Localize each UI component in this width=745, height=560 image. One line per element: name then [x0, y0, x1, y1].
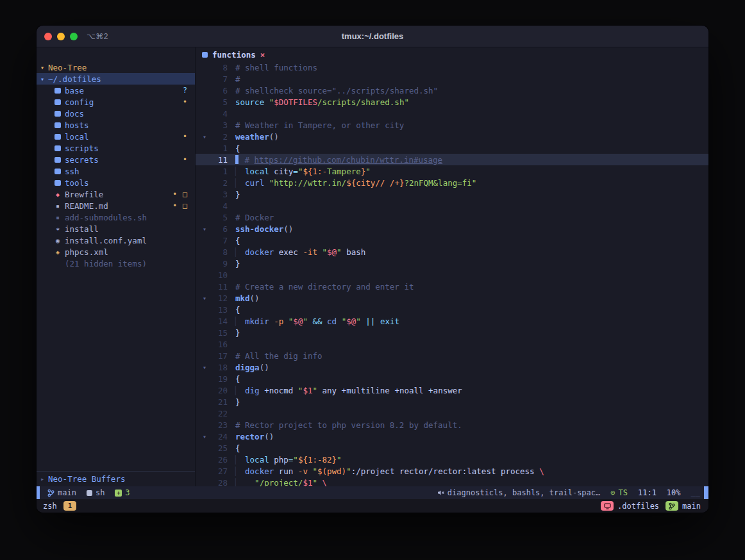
editor-line[interactable]: 6# shellcheck source="../scripts/shared.… [196, 85, 708, 96]
editor-line[interactable]: 1▏ local city="${1:-Tampere}" [196, 165, 708, 177]
editor-line[interactable]: 8# shell functions [196, 62, 708, 73]
fold-marker-icon[interactable]: ▾ [199, 295, 210, 302]
editor-line[interactable]: 3# Weather in Tampere, or other city [196, 119, 708, 131]
code-text: } [235, 259, 240, 268]
sidebar-item-config[interactable]: config• [37, 96, 195, 108]
neotree-filesystem: ▾ Neo-Tree ▾ ~/.dotfiles base?config•doc… [37, 47, 195, 471]
neotree-root-item[interactable]: ▾ ~/.dotfiles [37, 73, 195, 85]
editor-line[interactable]: 7# [196, 73, 708, 85]
editor-line[interactable]: 9} [196, 258, 708, 269]
editor-line[interactable]: 1{ [196, 142, 708, 154]
editor-line[interactable]: 19{ [196, 373, 708, 384]
fold-marker-icon[interactable]: ▾ [199, 433, 210, 440]
mute-icon [437, 489, 444, 497]
editor-line[interactable]: 5source "$DOTFILES/scripts/shared.sh" [196, 96, 708, 108]
sidebar-item-brewfile[interactable]: ◆Brewfile•□ [37, 188, 195, 200]
tab-functions[interactable]: functions × [202, 50, 265, 60]
window-controls [44, 33, 78, 40]
fold-marker-icon[interactable]: ▾ [199, 133, 210, 140]
neotree-source-title[interactable]: ▾ Neo-Tree [37, 62, 195, 73]
editor-line[interactable]: 4 [196, 108, 708, 119]
code-text: } [235, 328, 240, 338]
editor-line[interactable]: 23# Rector project to php version 8.2 by… [196, 419, 708, 431]
git-status-badges: • [183, 155, 187, 164]
line-number: 8 [210, 247, 228, 257]
editor-line[interactable]: 26▏ local php="${1:-82}" [196, 454, 708, 465]
editor-line[interactable]: ▾24rector() [196, 431, 708, 442]
editor-buffer[interactable]: 8# shell functions7#6# shellcheck source… [196, 62, 708, 486]
sidebar-item-scripts[interactable]: scripts [37, 142, 195, 154]
star-icon: ∗ [54, 226, 61, 233]
code-text: # All the dig info [235, 351, 322, 361]
titlebar: ⌥⌘2 tmux:~/.dotfiles [37, 26, 708, 47]
editor-line[interactable]: 25{ [196, 442, 708, 454]
sidebar-item-secrets[interactable]: secrets• [37, 154, 195, 165]
sidebar-item-local[interactable]: local• [37, 131, 195, 142]
code-text: mkd() [235, 293, 260, 303]
sidebar-item-ssh[interactable]: ssh [37, 165, 195, 177]
sidebar-item-readme-md[interactable]: ▪README.md•□ [37, 200, 195, 211]
editor-line[interactable]: 11 # https://github.com/chubin/wttr.in#u… [196, 154, 708, 165]
git-status-badge: ? [183, 86, 187, 95]
editor-line[interactable]: 22 [196, 408, 708, 419]
git-status-badges: •□ [172, 190, 187, 199]
editor-line[interactable]: 13{ [196, 304, 708, 315]
editor-line[interactable]: 28▏ "/project/$1" \ [196, 477, 708, 486]
code-text: ▏ docker run -v "$(pwd)":/project rector… [235, 466, 544, 476]
neotree-buffers-section[interactable]: ▸ Neo-Tree Buffers [37, 471, 195, 486]
close-window-button[interactable] [44, 33, 52, 40]
git-status-badge: • [172, 201, 177, 210]
fold-marker-icon[interactable]: ▾ [199, 226, 210, 233]
editor-line[interactable]: 27▏ docker run -v "$(pwd)":/project rect… [196, 465, 708, 477]
editor-line[interactable]: 17# All the dig info [196, 350, 708, 361]
close-tab-icon[interactable]: × [260, 50, 265, 60]
editor-line[interactable]: 3} [196, 188, 708, 200]
sidebar-item-base[interactable]: base? [37, 85, 195, 96]
editor-line[interactable]: 14▏ mkdir -p "$@" && cd "$@" || exit [196, 315, 708, 327]
sidebar-item-phpcs-xml[interactable]: ◈phpcs.xml [37, 246, 195, 258]
editor-line[interactable]: 8▏ docker exec -it "$@" bash [196, 246, 708, 258]
lsp-clients-indicator: diagnosticls, bashls, trail-spac… [437, 488, 600, 497]
chevron-right-icon: ▸ [40, 475, 44, 482]
git-status-badge: • [172, 190, 177, 199]
code-text: { [235, 443, 240, 453]
editor-line[interactable]: 16 [196, 338, 708, 350]
editor-line[interactable]: ▾18digga() [196, 361, 708, 373]
editor-line[interactable]: 2▏ curl "http://wttr.in/${city// /+}?2nF… [196, 177, 708, 188]
xml-icon: ◈ [54, 249, 61, 256]
editor-line[interactable]: 11# Create a new directory and enter it [196, 281, 708, 292]
tmux-window-badge[interactable]: 1 [63, 501, 77, 511]
line-number: 1 [210, 167, 228, 176]
fold-marker-icon[interactable]: ▾ [199, 364, 210, 371]
sidebar-item-install[interactable]: ∗install [37, 223, 195, 235]
sidebar-item-tools[interactable]: tools [37, 177, 195, 188]
hidden-items-note: (21 hidden items) [37, 258, 195, 269]
code-text: { [235, 144, 240, 153]
sidebar-item-add-submodules-sh[interactable]: ▪add-submodules.sh [37, 211, 195, 223]
editor-line[interactable]: ▾12mkd() [196, 292, 708, 304]
gear-icon: ◉ [54, 237, 61, 244]
brewfile-icon: ◆ [54, 191, 61, 198]
editor-line[interactable]: 15} [196, 327, 708, 338]
item-label: base [65, 86, 84, 95]
item-label: add-submodules.sh [65, 213, 147, 222]
git-status-badge: □ [183, 201, 187, 210]
minimize-window-button[interactable] [57, 33, 65, 40]
editor-line[interactable]: ▾2weather() [196, 131, 708, 142]
editor-line[interactable]: ▾6ssh-docker() [196, 223, 708, 235]
sidebar-item-docs[interactable]: docs [37, 108, 195, 119]
item-label: config [65, 97, 94, 107]
tmux-shell-label: zsh [43, 502, 57, 511]
editor-line[interactable]: 20▏ dig +nocmd "$1" any +multiline +noal… [196, 384, 708, 396]
editor-line[interactable]: 4 [196, 200, 708, 211]
editor-line[interactable]: 21} [196, 396, 708, 408]
sidebar-item-install-conf-yaml[interactable]: ◉install.conf.yaml [37, 235, 195, 246]
editor-line[interactable]: 5# Docker [196, 211, 708, 223]
code-text: ▏ mkdir -p "$@" && cd "$@" || exit [235, 317, 399, 326]
sidebar-item-hosts[interactable]: hosts [37, 119, 195, 131]
window-title: tmux:~/.dotfiles [342, 31, 403, 41]
editor-line[interactable]: 7{ [196, 235, 708, 246]
zoom-window-button[interactable] [70, 33, 78, 40]
editor-line[interactable]: 10 [196, 269, 708, 281]
line-number: 23 [210, 420, 228, 430]
